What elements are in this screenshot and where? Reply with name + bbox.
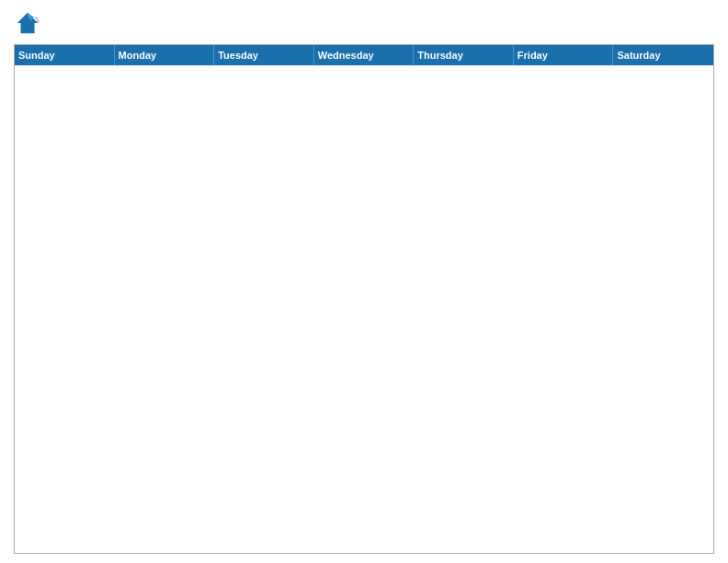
header-day-monday: Monday <box>115 45 215 65</box>
page: SundayMondayTuesdayWednesdayThursdayFrid… <box>0 0 728 563</box>
logo <box>14 9 45 37</box>
header <box>14 9 714 37</box>
calendar-body <box>15 65 713 553</box>
header-day-tuesday: Tuesday <box>214 45 314 65</box>
header-day-wednesday: Wednesday <box>314 45 415 65</box>
logo-icon <box>14 9 41 37</box>
calendar: SundayMondayTuesdayWednesdayThursdayFrid… <box>14 44 714 554</box>
header-day-saturday: Saturday <box>613 45 713 65</box>
header-day-sunday: Sunday <box>15 45 115 65</box>
header-day-friday: Friday <box>514 45 614 65</box>
header-day-thursday: Thursday <box>414 45 514 65</box>
calendar-header: SundayMondayTuesdayWednesdayThursdayFrid… <box>15 45 713 65</box>
